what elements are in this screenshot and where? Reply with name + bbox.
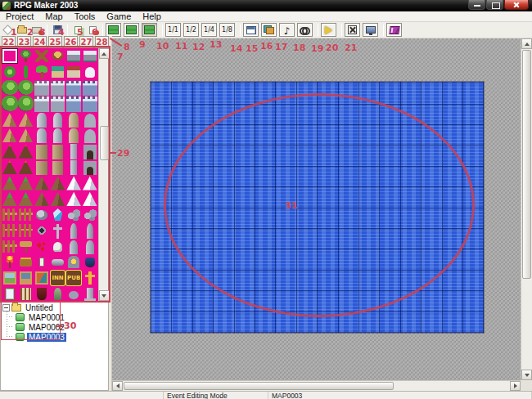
menu-map[interactable]: Map	[39, 11, 68, 22]
palette-tile-curtain[interactable]	[34, 286, 50, 302]
palette-tile-cas2b[interactable]	[82, 96, 98, 111]
close-button[interactable]	[504, 0, 529, 10]
map-name-label[interactable]: MAP0001	[27, 313, 66, 322]
zoom-1-8-button[interactable]: 1/8	[219, 23, 235, 37]
palette-tile-smtn[interactable]	[65, 175, 82, 191]
draw-tool-button[interactable]: 25	[48, 36, 62, 48]
scroll-down-icon[interactable]	[521, 370, 532, 380]
palette-tile-window[interactable]	[2, 286, 18, 302]
draw-tool-button[interactable]: 28	[95, 36, 109, 48]
palette-tile-gmtn[interactable]	[2, 175, 18, 191]
menu-game[interactable]: Game	[101, 11, 137, 22]
palette-tile-cas1[interactable]	[34, 80, 50, 96]
palette-tile-ruinb[interactable]	[50, 159, 66, 175]
palette-tile-bmtn[interactable]	[50, 175, 66, 191]
new-project-button[interactable]	[0, 24, 15, 37]
palette-tile-gmtn[interactable]	[18, 175, 34, 191]
help-button[interactable]	[386, 23, 402, 37]
test-play-button[interactable]	[321, 23, 336, 37]
palette-tile-bush[interactable]	[2, 64, 18, 79]
palette-tile-fence2[interactable]	[2, 222, 18, 238]
palette-tile-crystal[interactable]	[50, 207, 66, 222]
palette-tile-ruin[interactable]	[34, 143, 50, 159]
palette-tile-pic2[interactable]	[18, 270, 34, 285]
palette-tile-village[interactable]	[50, 64, 66, 79]
palette-tile-pill[interactable]	[65, 143, 82, 159]
palette-tile-gravec[interactable]	[50, 222, 66, 238]
horizontal-scrollbar[interactable]	[112, 380, 521, 391]
tree-item-map0002[interactable]: MAP0002	[1, 322, 108, 332]
palette-tile-tow2b[interactable]	[65, 128, 82, 143]
resource-manager-button[interactable]	[261, 23, 277, 37]
palette-tile-bluepot[interactable]	[82, 254, 98, 270]
create-game-disk-button[interactable]	[85, 24, 100, 37]
palette-tile-shrineg[interactable]	[65, 254, 82, 270]
palette-tile-graves[interactable]	[65, 239, 82, 254]
palette-tile-stones[interactable]	[65, 207, 82, 222]
palette-tile-cas2[interactable]	[65, 80, 82, 96]
palette-tile-signp[interactable]	[18, 239, 34, 254]
palette-tile-cas2[interactable]	[82, 80, 98, 96]
palette-tile-horse[interactable]	[82, 64, 98, 79]
palette-tile-mtnb[interactable]	[2, 128, 18, 143]
palette-tile-fence[interactable]	[18, 207, 34, 222]
palette-tile-graves2[interactable]	[82, 239, 98, 254]
palette-tile-volcb[interactable]	[18, 159, 34, 175]
menu-help[interactable]: Help	[137, 11, 167, 22]
horizontal-scroll-thumb[interactable]	[124, 382, 394, 390]
draw-tool-button[interactable]: 24	[33, 36, 47, 48]
palette-tile-mtn[interactable]	[2, 112, 18, 128]
tree-item-map0003[interactable]: MAP0003	[1, 332, 108, 342]
palette-tile-tow1[interactable]	[34, 112, 50, 128]
palette-tile-volcb[interactable]	[2, 159, 18, 175]
palette-tile-smtn[interactable]	[82, 175, 98, 191]
palette-scroll-thumb[interactable]	[100, 126, 109, 160]
lower-layer-button[interactable]	[106, 23, 121, 37]
palette-tile-gmtnb[interactable]	[18, 191, 34, 207]
menu-tools[interactable]: Tools	[69, 11, 101, 22]
scroll-down-icon[interactable]	[99, 290, 110, 301]
palette-tile-smtnb[interactable]	[82, 191, 98, 207]
palette-tile-tow1b[interactable]	[34, 128, 50, 143]
draw-tool-button[interactable]: 26	[64, 36, 78, 48]
show-title-button[interactable]	[363, 23, 378, 37]
full-screen-button[interactable]	[345, 23, 360, 37]
close-project-button[interactable]	[29, 24, 44, 37]
upper-layer-button[interactable]	[124, 23, 139, 37]
palette-tile-mtnb[interactable]	[18, 128, 34, 143]
palette-tile-bldg[interactable]	[65, 48, 82, 64]
music-button[interactable]	[279, 23, 295, 37]
tree-item-map0001[interactable]: MAP0001	[1, 312, 108, 322]
palette-tile-tow1b[interactable]	[50, 128, 66, 143]
palette-tile-cross[interactable]	[82, 270, 98, 285]
zoom-1-4-button[interactable]: 1/4	[201, 23, 217, 37]
palette-tile-sel[interactable]	[2, 48, 18, 64]
palette-tile-arch[interactable]	[82, 112, 98, 128]
palette-tile-shrine[interactable]	[65, 64, 82, 79]
palette-tile-archb[interactable]	[82, 128, 98, 143]
palette-tile-skull[interactable]	[50, 239, 66, 254]
scroll-left-icon[interactable]	[112, 381, 123, 391]
palette-tile-bmtn[interactable]	[34, 175, 50, 191]
palette-tile-tree[interactable]	[18, 48, 34, 64]
palette-tile-well[interactable]	[34, 222, 50, 238]
palette-tile-stones2[interactable]	[82, 207, 98, 222]
project-root-label[interactable]: Untitled	[24, 303, 55, 312]
palette-tile-statue[interactable]	[65, 222, 82, 238]
palette-tile-bmtnb[interactable]	[34, 191, 50, 207]
palette-tile-btree[interactable]	[18, 80, 34, 96]
event-layer-button[interactable]	[142, 23, 157, 37]
palette-tile-splat[interactable]	[34, 239, 50, 254]
palette-tile-keyd[interactable]	[34, 254, 50, 270]
palette-tile-table[interactable]	[18, 254, 34, 270]
map-canvas[interactable]	[151, 82, 484, 333]
map-name-label[interactable]: MAP0002	[27, 323, 66, 332]
palette-tile-pub[interactable]: PUB	[65, 270, 82, 285]
palette-tile-fence3[interactable]	[18, 222, 34, 238]
palette-tile-cact[interactable]	[18, 64, 34, 79]
map-name-label[interactable]: MAP0003	[27, 333, 66, 342]
palette-tile-bldg2[interactable]	[82, 48, 98, 64]
palette-tile-gate[interactable]	[82, 143, 98, 159]
menu-project[interactable]: Project	[0, 11, 39, 22]
palette-tile-volc[interactable]	[18, 143, 34, 159]
